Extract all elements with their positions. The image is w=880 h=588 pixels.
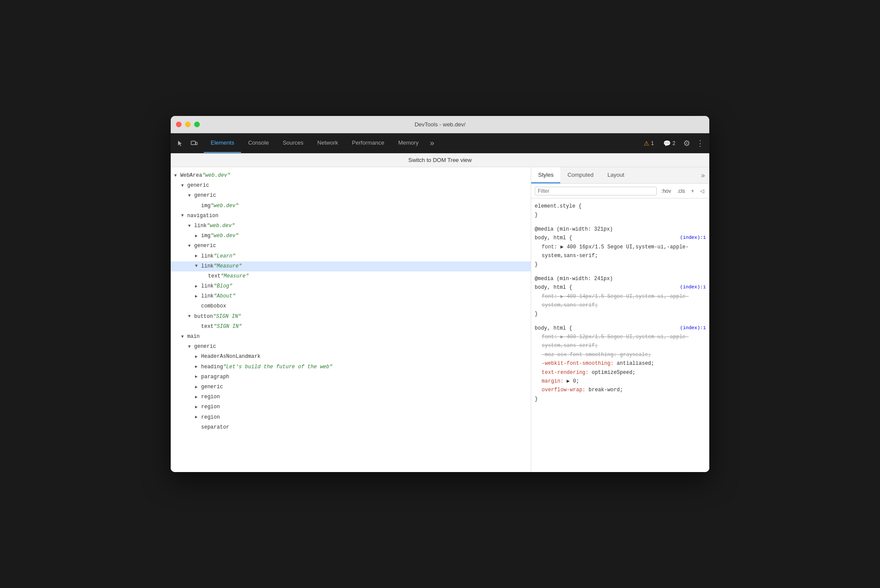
css-file-link[interactable]: (index):1	[680, 234, 706, 242]
close-button[interactable]	[176, 122, 182, 127]
css-prop-name: font:	[542, 244, 560, 250]
tree-row[interactable]: ▶region	[171, 402, 531, 412]
css-selector: body, html {	[535, 324, 572, 333]
warning-count: 1	[651, 140, 654, 146]
tree-arrow[interactable]: ▼	[195, 263, 201, 270]
tree-arrow[interactable]: ▼	[188, 313, 194, 320]
minimize-button[interactable]	[185, 122, 191, 127]
tree-node-name: button	[194, 313, 213, 321]
tree-arrow[interactable]: ▶	[195, 253, 201, 260]
tab-performance[interactable]: Performance	[345, 133, 391, 153]
tree-node-name: img	[201, 232, 211, 240]
tree-row[interactable]: ▶link "Learn"	[171, 251, 531, 261]
tree-row[interactable]: ▶generic	[171, 382, 531, 392]
responsive-icon[interactable]	[188, 137, 200, 149]
tree-row[interactable]: img "web.dev"	[171, 201, 531, 211]
tree-node-name: img	[201, 202, 211, 210]
tree-node-name: link	[201, 262, 214, 271]
cursor-icon[interactable]	[174, 137, 186, 149]
info-badge[interactable]: 💬 2	[660, 139, 679, 148]
tree-row[interactable]: ▼main	[171, 332, 531, 342]
tab-more-button[interactable]: »	[426, 133, 439, 153]
tree-arrow[interactable]: ▶	[195, 293, 201, 300]
tree-arrow[interactable]: ▶	[195, 373, 201, 380]
tree-arrow[interactable]: ▼	[188, 192, 194, 199]
devtools-main: Switch to DOM Tree view ▼WebArea "web.de…	[171, 153, 709, 472]
tree-node-name: heading	[201, 363, 223, 371]
tree-row[interactable]: ▶link "About"	[171, 291, 531, 301]
tree-row[interactable]: ▶HeaderAsNonLandmark	[171, 352, 531, 362]
css-selector-line: body, html {(index):1	[535, 324, 706, 333]
svg-rect-1	[195, 142, 197, 145]
tab-sources[interactable]: Sources	[276, 133, 311, 153]
tree-row[interactable]: separator	[171, 423, 531, 433]
css-property-line: -webkit-font-smoothing: antialiased;	[542, 359, 706, 368]
tree-arrow[interactable]: ▼	[188, 223, 194, 230]
tree-node-name: region	[201, 403, 220, 411]
styles-tab-more[interactable]: »	[697, 172, 709, 179]
tree-arrow[interactable]: ▶	[195, 404, 201, 411]
tree-row[interactable]: ▼generic	[171, 181, 531, 191]
tree-row[interactable]: ▼generic	[171, 342, 531, 352]
tree-arrow[interactable]: ▶	[195, 353, 201, 360]
css-prop-value: ▶ 400 14px/1.5 Segoe UI,system-ui,-apple…	[542, 294, 689, 308]
css-file-link[interactable]: (index):1	[680, 283, 706, 292]
more-options-icon[interactable]: ⋮	[695, 137, 706, 150]
tab-computed[interactable]: Computed	[560, 167, 600, 183]
switch-bar[interactable]: Switch to DOM Tree view	[171, 153, 709, 167]
tree-row[interactable]: ▶link "Blog"	[171, 281, 531, 291]
warning-badge[interactable]: ⚠ 1	[640, 139, 658, 148]
tree-row[interactable]: ▼navigation	[171, 211, 531, 221]
tree-row[interactable]: ▶region	[171, 413, 531, 423]
tree-row[interactable]: text "Measure"	[171, 271, 531, 281]
css-property-line: font: ▶ 400 16px/1.5 Segoe UI,system-ui,…	[542, 243, 706, 261]
filter-input[interactable]	[535, 187, 657, 195]
maximize-button[interactable]	[194, 122, 200, 127]
tree-node-value: "web.dev"	[202, 172, 230, 180]
css-prop-value: ▶ 0;	[567, 378, 579, 384]
tree-row[interactable]: ▶paragraph	[171, 372, 531, 382]
tree-row[interactable]: ▶img "web.dev"	[171, 231, 531, 241]
cls-button[interactable]: .cls	[675, 187, 687, 195]
tab-console[interactable]: Console	[241, 133, 276, 153]
tab-layout[interactable]: Layout	[600, 167, 631, 183]
css-prop-name: -moz-osx-font-smoothing:	[542, 352, 620, 358]
tree-arrow[interactable]: ▶	[195, 384, 201, 391]
tab-network[interactable]: Network	[311, 133, 345, 153]
add-style-button[interactable]: +	[689, 187, 696, 195]
tree-node-value: "Measure"	[221, 272, 249, 281]
tree-row[interactable]: ▶heading "Let's build the future of the …	[171, 362, 531, 372]
tree-row[interactable]: ▶region	[171, 392, 531, 402]
tab-elements[interactable]: Elements	[204, 133, 241, 153]
collapse-styles-button[interactable]: ◁	[698, 187, 706, 195]
tree-row[interactable]: ▼WebArea "web.dev"	[171, 171, 531, 181]
tree-arrow[interactable]: ▶	[195, 414, 201, 421]
tree-arrow[interactable]: ▼	[181, 334, 187, 340]
css-selector-line: body, html {(index):1	[535, 234, 706, 242]
tree-row[interactable]: combobox	[171, 301, 531, 311]
css-at-rule: @media (min-width: 241px)	[535, 274, 706, 283]
tab-styles[interactable]: Styles	[531, 167, 560, 183]
tree-arrow[interactable]: ▶	[195, 233, 201, 240]
hov-button[interactable]: :hov	[659, 187, 673, 195]
tree-row[interactable]: ▼link "web.dev"	[171, 221, 531, 231]
tree-arrow[interactable]: ▼	[181, 182, 187, 189]
tree-arrow[interactable]: ▼	[188, 243, 194, 250]
settings-icon[interactable]: ⚙	[682, 137, 692, 150]
tree-arrow[interactable]: ▶	[195, 394, 201, 401]
tree-node-name: region	[201, 393, 220, 401]
css-closing-brace: }	[535, 310, 706, 318]
tree-arrow[interactable]: ▼	[174, 172, 180, 179]
tree-row[interactable]: ▼link "Measure"	[171, 261, 531, 271]
tree-row[interactable]: ▼button "SIGN IN"	[171, 312, 531, 322]
tree-row[interactable]: ▼generic	[171, 241, 531, 251]
tree-arrow[interactable]: ▼	[181, 212, 187, 219]
tree-arrow[interactable]: ▶	[195, 363, 201, 370]
tree-arrow[interactable]: ▶	[195, 283, 201, 290]
css-file-link[interactable]: (index):1	[680, 324, 706, 333]
tree-arrow[interactable]: ▼	[188, 344, 194, 350]
tree-row[interactable]: ▼generic	[171, 191, 531, 201]
tree-row[interactable]: text "SIGN IN"	[171, 322, 531, 332]
dom-panel[interactable]: ▼WebArea "web.dev"▼generic▼generic img "…	[171, 167, 531, 472]
tab-memory[interactable]: Memory	[391, 133, 426, 153]
